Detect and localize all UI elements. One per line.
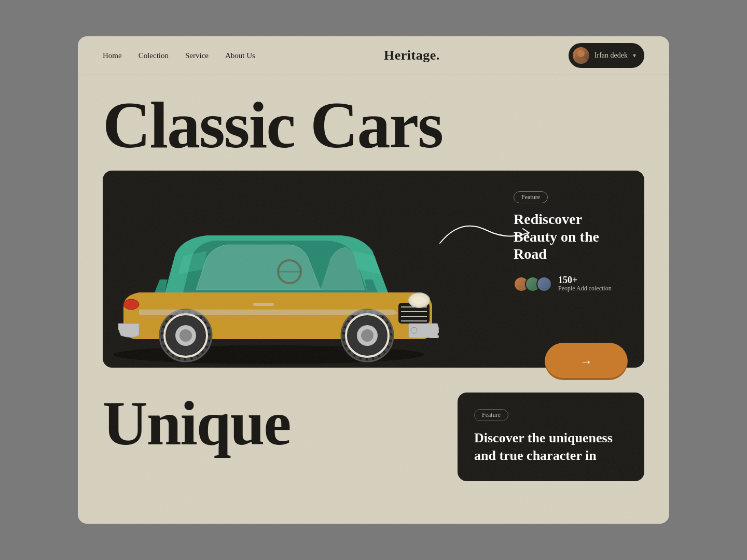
car-container (92, 171, 455, 368)
user-name: Irfan dedek (594, 51, 628, 60)
bottom-section: Unique Feature Discover the uniqueness a… (103, 393, 644, 481)
nav-about[interactable]: About Us (225, 51, 255, 60)
bottom-title: Unique (103, 393, 437, 455)
nav-collection[interactable]: Colection (139, 51, 169, 60)
feature-title: Rediscover Beauty on the Road (514, 211, 628, 263)
people-row: 150+ People Add colection (514, 275, 628, 293)
classic-car-svg (92, 171, 455, 368)
hero-title: Classic Cars (103, 92, 644, 158)
showcase: Feature Rediscover Beauty on the Road 15… (103, 171, 644, 368)
svg-rect-11 (428, 330, 439, 333)
avatar (573, 47, 589, 64)
people-avatars (514, 276, 552, 292)
nav-home[interactable]: Home (103, 51, 122, 60)
svg-point-0 (577, 50, 585, 57)
nav-links: Home Colection Service About Us (103, 51, 255, 60)
cta-button[interactable]: → (545, 343, 628, 380)
bottom-card-title: Discover the uniqueness and true charact… (474, 429, 628, 465)
svg-rect-25 (253, 303, 274, 306)
feature-badge: Feature (514, 191, 548, 203)
cta-arrow-icon: → (580, 355, 592, 369)
user-badge[interactable]: Irfan dedek ▾ (569, 43, 644, 68)
svg-point-26 (411, 327, 417, 333)
browser-window: Home Colection Service About Us Heritage… (78, 36, 669, 524)
bottom-badge: Feature (474, 409, 508, 421)
people-label: People Add (558, 285, 587, 292)
logo[interactable]: Heritage. (384, 48, 440, 63)
feature-card: Feature Rediscover Beauty on the Road 15… (514, 191, 628, 292)
people-sublabel: colection (589, 285, 612, 292)
people-count: 150+ (558, 275, 612, 285)
nav-service[interactable]: Service (185, 51, 209, 60)
svg-rect-12 (428, 335, 439, 338)
chevron-down-icon: ▾ (633, 52, 636, 60)
bottom-card: Feature Discover the uniqueness and true… (458, 393, 644, 481)
svg-point-1 (575, 58, 587, 64)
svg-point-22 (179, 329, 192, 342)
main-content: Classic Cars (78, 75, 669, 481)
avatar-3 (536, 276, 552, 292)
svg-point-9 (412, 296, 426, 304)
people-info: 150+ People Add colection (558, 275, 612, 293)
navbar: Home Colection Service About Us Heritage… (78, 36, 669, 75)
svg-point-16 (361, 329, 374, 342)
svg-point-10 (123, 299, 139, 310)
